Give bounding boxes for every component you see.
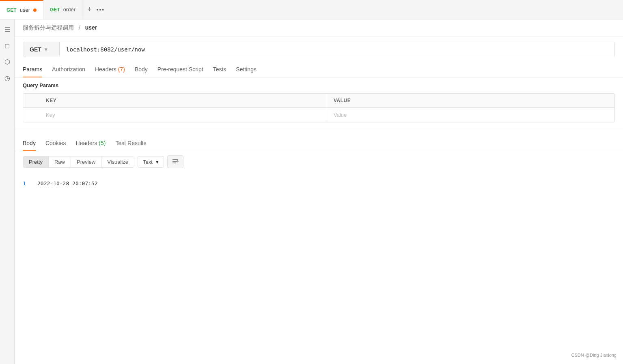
more-tabs-button[interactable]: ••• xyxy=(97,6,105,13)
req-tab-body-label: Body xyxy=(135,66,148,73)
line-content-1: 2022-10-28 20:07:52 xyxy=(37,179,98,188)
sidebar-icon-0[interactable]: ☰ xyxy=(2,24,12,34)
params-row-key[interactable]: Key xyxy=(39,108,327,122)
req-tab-params-label: Params xyxy=(23,66,42,73)
request-tabs: Params Authorization Headers (7) Body Pr… xyxy=(15,62,623,77)
params-col-key: KEY xyxy=(39,94,327,107)
params-col-value: VALUE xyxy=(327,94,614,107)
breadcrumb-parent: 服务拆分与远程调用 xyxy=(23,24,74,31)
resp-tab-headers-label: Headers (5) xyxy=(76,140,106,146)
format-pretty-button[interactable]: Pretty xyxy=(23,156,49,167)
tab-order[interactable]: GET order xyxy=(43,0,82,19)
params-col-check xyxy=(23,94,39,107)
content-area: 服务拆分与远程调用 / user GET ▾ Params Authorizat… xyxy=(15,19,623,364)
response-tabs: Body Cookies Headers (5) Test Results xyxy=(15,136,623,151)
resp-tab-cookies-label: Cookies xyxy=(45,140,66,146)
resp-tab-test-results[interactable]: Test Results xyxy=(115,136,146,151)
tab-user[interactable]: GET user xyxy=(0,0,43,19)
req-tab-settings-label: Settings xyxy=(236,66,257,73)
sidebar-icon-2[interactable]: ⬡ xyxy=(2,57,12,66)
breadcrumb: 服务拆分与远程调用 / user xyxy=(15,19,623,37)
req-tab-pre-request[interactable]: Pre-request Script xyxy=(157,62,203,77)
req-tab-headers-label: Headers (7) xyxy=(95,66,125,73)
params-table-header: KEY VALUE xyxy=(23,94,614,108)
params-table: KEY VALUE Key Value xyxy=(23,93,615,122)
chevron-down-icon: ▾ xyxy=(45,47,47,52)
resp-tab-test-results-label: Test Results xyxy=(115,140,146,146)
resp-tab-body[interactable]: Body xyxy=(23,136,36,151)
method-value: GET xyxy=(30,46,41,53)
sidebar: ☰ ◻ ⬡ ◷ xyxy=(0,19,15,364)
tab-user-name: user xyxy=(20,7,30,13)
tab-order-name: order xyxy=(63,6,75,13)
req-tab-body[interactable]: Body xyxy=(135,62,148,77)
section-divider xyxy=(15,129,623,129)
tab-user-method: GET xyxy=(6,7,17,13)
resp-tab-headers[interactable]: Headers (5) xyxy=(76,136,106,151)
tab-actions: + ••• xyxy=(82,0,110,19)
req-tab-authorization[interactable]: Authorization xyxy=(52,62,85,77)
format-raw-button[interactable]: Raw xyxy=(49,156,71,167)
watermark: CSDN @Ding Jiaxiong xyxy=(571,353,617,358)
req-tab-pre-request-label: Pre-request Script xyxy=(157,66,203,73)
type-select[interactable]: Text ▾ xyxy=(138,156,164,168)
params-row-value[interactable]: Value xyxy=(327,108,614,122)
sidebar-icon-1[interactable]: ◻ xyxy=(2,41,12,50)
wrap-icon xyxy=(172,158,179,165)
sidebar-icon-3[interactable]: ◷ xyxy=(2,73,12,83)
line-number-1: 1 xyxy=(23,179,31,188)
req-tab-tests-label: Tests xyxy=(213,66,226,73)
tab-user-dot xyxy=(33,9,37,12)
chevron-down-icon: ▾ xyxy=(156,159,159,165)
add-tab-button[interactable]: + xyxy=(87,5,92,14)
response-line-1: 1 2022-10-28 20:07:52 xyxy=(23,179,615,188)
req-tab-headers[interactable]: Headers (7) xyxy=(95,62,125,77)
query-params-title: Query Params xyxy=(15,77,623,93)
req-tab-settings[interactable]: Settings xyxy=(236,62,257,77)
tab-bar: GET user GET order + ••• xyxy=(0,0,623,19)
method-select[interactable]: GET ▾ xyxy=(23,42,60,57)
url-input[interactable] xyxy=(60,42,614,57)
req-tab-authorization-label: Authorization xyxy=(52,66,85,73)
format-visualize-button[interactable]: Visualize xyxy=(101,156,134,167)
tab-order-method: GET xyxy=(50,7,60,13)
main-container: ☰ ◻ ⬡ ◷ 服务拆分与远程调用 / user GET ▾ Params Au… xyxy=(0,19,623,364)
breadcrumb-current: user xyxy=(85,24,97,31)
url-bar: GET ▾ xyxy=(23,42,615,57)
format-preview-button[interactable]: Preview xyxy=(71,156,101,167)
format-group: Pretty Raw Preview Visualize xyxy=(23,156,134,168)
resp-tab-body-label: Body xyxy=(23,140,36,146)
response-toolbar: Pretty Raw Preview Visualize Text ▾ xyxy=(15,151,623,172)
wrap-button[interactable] xyxy=(167,155,183,168)
params-row-check xyxy=(23,108,39,122)
response-body: 1 2022-10-28 20:07:52 xyxy=(15,172,623,364)
req-tab-tests[interactable]: Tests xyxy=(213,62,226,77)
type-select-value: Text xyxy=(143,159,153,165)
params-row-empty: Key Value xyxy=(23,108,614,122)
resp-tab-cookies[interactable]: Cookies xyxy=(45,136,66,151)
req-tab-params[interactable]: Params xyxy=(23,62,42,77)
breadcrumb-separator: / xyxy=(79,24,80,31)
